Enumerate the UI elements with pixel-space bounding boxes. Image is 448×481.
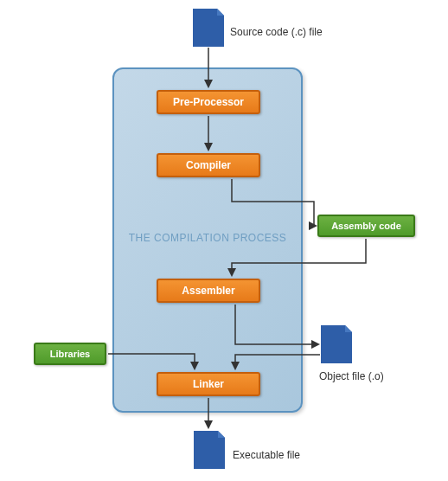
assembly-code-box: Assembly code [317, 215, 415, 237]
compilation-process-container: THE COMPILATION PROCESS [112, 67, 303, 413]
source-file-label: Source code (.c) file [230, 26, 323, 38]
file-icon [193, 9, 224, 47]
file-icon [194, 431, 225, 469]
linker-box: Linker [157, 372, 260, 396]
diagram-canvas: THE COMPILATION PROCESS Source code (.c)… [0, 0, 448, 481]
object-file-label: Object file (.o) [319, 370, 384, 382]
container-title: THE COMPILATION PROCESS [114, 232, 301, 244]
assembler-box: Assembler [157, 279, 260, 303]
file-icon [321, 325, 352, 363]
executable-file-label: Executable file [233, 449, 300, 461]
preprocessor-box: Pre-Processor [157, 90, 260, 114]
libraries-box: Libraries [34, 343, 106, 365]
compiler-box: Compiler [157, 153, 260, 177]
